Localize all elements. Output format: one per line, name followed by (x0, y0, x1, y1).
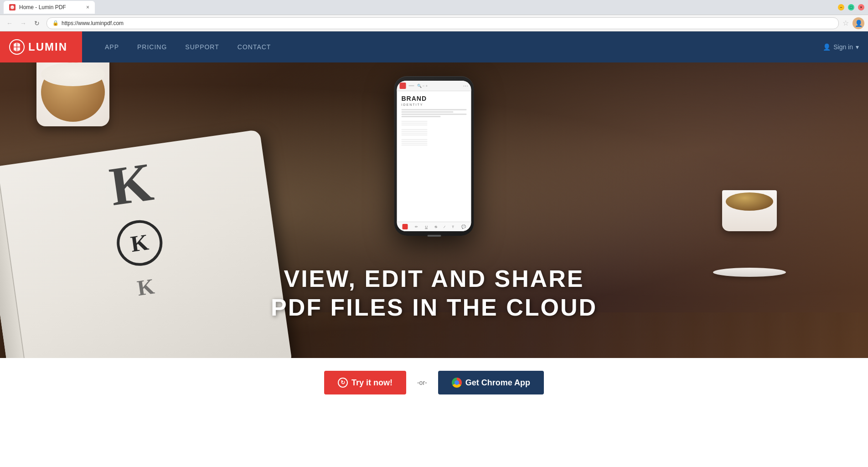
browser-tab[interactable]: Home - Lumin PDF × (4, 1, 95, 14)
logo-text: LUMIN (28, 41, 67, 53)
phone-tb-divider (409, 85, 414, 86)
reload-button[interactable]: ↻ (31, 17, 43, 29)
phone-app-icon (400, 83, 406, 89)
book-visual: K K K (0, 130, 293, 358)
phone-tool-comment: 💬 (461, 225, 466, 229)
doc-line (402, 145, 428, 145)
doc-line (402, 123, 428, 124)
nav-support[interactable]: SUPPORT (176, 31, 228, 62)
phone-tb-menu: ··· (463, 83, 468, 88)
book-area: K K K (0, 93, 296, 358)
doc-line (402, 114, 467, 115)
hero-section: K K K 🔍 − + ··· BRAND IDENTITY (0, 62, 868, 358)
try-now-icon: ↻ (338, 378, 348, 388)
coffee-saucer (713, 268, 786, 277)
doc-line (402, 111, 454, 113)
sign-in-button[interactable]: 👤 Sign in ▾ (823, 43, 859, 51)
header-right: 👤 Sign in ▾ (823, 43, 859, 51)
chrome-app-label: Get Chrome App (465, 378, 530, 388)
minimize-button[interactable]: − (838, 4, 844, 10)
coffee-foam (41, 62, 105, 86)
ssl-icon: 🔒 (52, 20, 59, 26)
user-icon: 👤 (823, 43, 831, 51)
doc-line (402, 143, 428, 144)
doc-line (402, 125, 428, 125)
phone-tool-strike: S (435, 225, 437, 229)
tab-close-button[interactable]: × (86, 4, 89, 10)
url-text: https://www.luminpdf.com (62, 20, 124, 26)
phone-home-button (427, 235, 441, 237)
profile-avatar[interactable]: 👤 (852, 17, 864, 29)
try-now-label: Try it now! (351, 378, 393, 388)
or-separator: -or- (417, 379, 427, 386)
title-bar: Home - Lumin PDF × − □ × (0, 0, 868, 15)
hero-title-line2: PDF FILES IN THE CLOUD (271, 293, 597, 322)
hero-text: VIEW, EDIT AND SHARE PDF FILES IN THE CL… (271, 265, 597, 322)
doc-line (402, 139, 428, 140)
back-button[interactable]: ← (4, 17, 16, 29)
lumin-logo-icon (9, 39, 25, 55)
window-controls: − □ × (838, 4, 864, 10)
hero-title-line1: VIEW, EDIT AND SHARE (271, 265, 597, 293)
close-button[interactable]: × (858, 4, 864, 10)
phone-outer: 🔍 − + ··· BRAND IDENTITY (394, 76, 474, 236)
phone-toolbar: 🔍 − + ··· (397, 81, 471, 91)
phone-tool-text: T (452, 225, 454, 229)
phone-document: BRAND IDENTITY (397, 91, 471, 222)
chevron-down-icon: ▾ (856, 43, 859, 51)
tab-favicon (9, 4, 16, 10)
coffee-cup-right (722, 190, 813, 272)
maximize-button[interactable]: □ (848, 4, 854, 10)
doc-line (402, 135, 428, 135)
phone-tool-highlight (402, 224, 408, 229)
doc-line (402, 129, 428, 130)
phone-tool-underline: U (425, 225, 428, 229)
coffee-mug-right (722, 190, 777, 231)
chrome-icon (452, 378, 462, 388)
chrome-app-button[interactable]: Get Chrome App (438, 371, 544, 394)
phone-tb-zoom: 🔍 − + (417, 84, 428, 88)
doc-subtitle: IDENTITY (402, 103, 467, 106)
nav-app[interactable]: APP (96, 31, 128, 62)
browser-chrome: Home - Lumin PDF × − □ × ← → ↻ 🔒 https:/… (0, 0, 868, 31)
site-header: LUMIN APP PRICING SUPPORT CONTACT 👤 Sign… (0, 31, 868, 62)
bookmark-star-icon[interactable]: ☆ (842, 19, 849, 27)
brand-k-logo: K (107, 154, 156, 214)
refresh-icon: ↻ (341, 379, 345, 386)
nav-buttons: ← → ↻ (4, 17, 43, 29)
phone-screen: 🔍 − + ··· BRAND IDENTITY (397, 81, 471, 231)
brand-k-circle: K (114, 217, 165, 269)
book-content: K K K (3, 140, 282, 358)
coffee-liquid-right (726, 192, 773, 211)
cta-section: ↻ Try it now! -or- Get Chrome App (0, 358, 868, 407)
doc-line (402, 121, 428, 122)
address-bar-row: ← → ↻ 🔒 https://www.luminpdf.com ☆ 👤 (0, 15, 868, 31)
sign-in-label: Sign in (833, 43, 853, 51)
doc-title: BRAND (402, 95, 467, 102)
doc-line (402, 133, 428, 134)
doc-line (402, 116, 441, 117)
doc-line (402, 109, 467, 110)
try-now-button[interactable]: ↻ Try it now! (324, 371, 406, 394)
forward-button[interactable]: → (17, 17, 29, 29)
phone-tool-draw: ∕ (444, 225, 444, 229)
doc-line (402, 131, 428, 132)
phone-bottom-bar: ✏ U S ∕ T 💬 (397, 222, 471, 231)
phone-tool-pen: ✏ (415, 225, 418, 229)
nav-pricing[interactable]: PRICING (128, 31, 176, 62)
nav-contact[interactable]: CONTACT (228, 31, 280, 62)
brand-k-footer: K (135, 274, 156, 301)
logo-area[interactable]: LUMIN (0, 31, 82, 62)
doc-line (402, 141, 428, 142)
main-navigation: APP PRICING SUPPORT CONTACT (96, 31, 280, 62)
phone-mockup: 🔍 − + ··· BRAND IDENTITY (394, 76, 474, 236)
address-bar[interactable]: 🔒 https://www.luminpdf.com (46, 17, 839, 29)
tab-title: Home - Lumin PDF (19, 4, 66, 10)
